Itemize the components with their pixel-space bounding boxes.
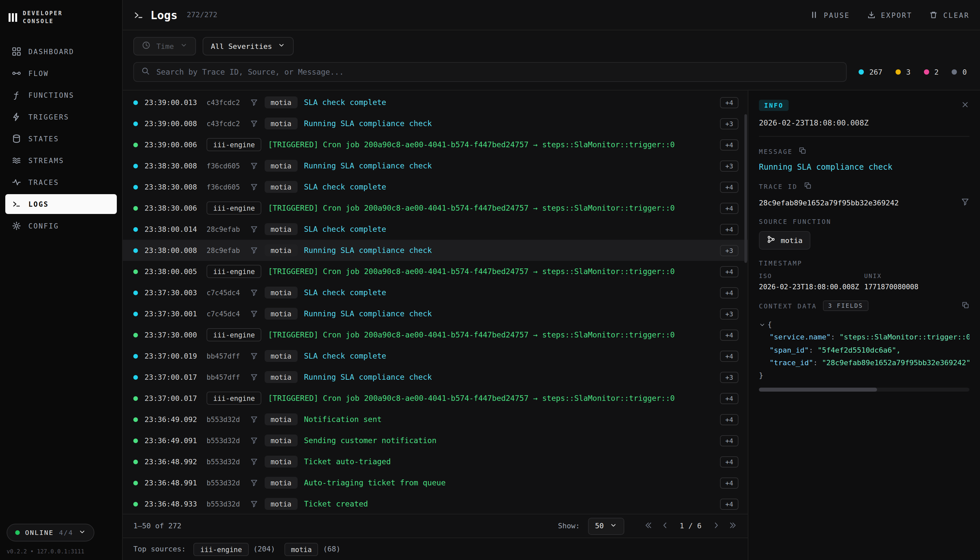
more-fields-badge[interactable]: +4: [720, 329, 739, 340]
page-size-select[interactable]: 50: [588, 517, 624, 535]
more-fields-badge[interactable]: +4: [720, 223, 739, 235]
severity-count-warn[interactable]: 3: [895, 68, 910, 76]
source-badge[interactable]: motia: [265, 456, 297, 468]
time-filter-dropdown[interactable]: Time: [133, 37, 196, 55]
copy-message-button[interactable]: [799, 147, 807, 157]
source-badge[interactable]: motia: [265, 308, 297, 320]
more-fields-badge[interactable]: +4: [720, 393, 739, 404]
more-fields-badge[interactable]: +3: [720, 372, 739, 383]
log-row[interactable]: 23:39:00.013c43fcdc2motiaSLA check compl…: [123, 92, 748, 113]
close-detail-button[interactable]: [961, 100, 970, 111]
copy-context-button[interactable]: [962, 301, 970, 311]
more-fields-badge[interactable]: +4: [720, 202, 739, 213]
filter-by-trace-button[interactable]: [250, 183, 258, 191]
json-root-toggle[interactable]: {: [759, 318, 970, 331]
source-badge[interactable]: motia: [265, 498, 297, 510]
filter-by-trace-button[interactable]: [250, 98, 258, 106]
filter-by-trace-button[interactable]: [250, 225, 258, 233]
sidebar-item-streams[interactable]: STREAMS: [5, 150, 117, 170]
filter-by-trace-button[interactable]: [250, 310, 258, 318]
log-row[interactable]: 23:38:00.005iii-engine[TRIGGERED] Cron j…: [123, 261, 748, 282]
log-row[interactable]: 23:37:00.017bb457dffmotiaRunning SLA com…: [123, 367, 748, 388]
severity-count-info[interactable]: 267: [859, 68, 883, 76]
source-badge[interactable]: motia: [265, 160, 297, 172]
more-fields-badge[interactable]: +3: [720, 308, 739, 319]
source-badge[interactable]: motia: [265, 118, 297, 130]
log-row[interactable]: 23:37:30.003c7c45dc4motiaSLA check compl…: [123, 282, 748, 303]
log-row[interactable]: 23:39:00.006iii-engine[TRIGGERED] Cron j…: [123, 134, 748, 155]
pause-button[interactable]: PAUSE: [810, 10, 850, 19]
more-fields-badge[interactable]: +4: [720, 287, 739, 298]
top-source-iii-engine[interactable]: iii-engine(204): [194, 542, 275, 556]
filter-by-trace-button[interactable]: [250, 437, 258, 445]
log-row[interactable]: 23:39:00.008c43fcdc2motiaRunning SLA com…: [123, 113, 748, 134]
filter-by-trace-button[interactable]: [250, 373, 258, 381]
more-fields-badge[interactable]: +3: [720, 118, 739, 129]
more-fields-badge[interactable]: +4: [720, 139, 739, 150]
source-badge[interactable]: motia: [265, 350, 297, 362]
filter-by-trace-button[interactable]: [250, 162, 258, 170]
filter-by-trace-button[interactable]: [250, 246, 258, 254]
log-row[interactable]: 23:36:49.091b553d32dmotiaSending custome…: [123, 430, 748, 451]
sidebar-item-dashboard[interactable]: DASHBOARD: [5, 42, 117, 62]
severity-filter-dropdown[interactable]: All Severities: [202, 37, 294, 55]
source-badge[interactable]: motia: [265, 244, 297, 256]
filter-by-trace-button[interactable]: [961, 197, 970, 208]
source-badge[interactable]: motia: [265, 413, 297, 425]
log-row[interactable]: 23:37:00.019bb457dffmotiaSLA check compl…: [123, 345, 748, 367]
source-badge[interactable]: motia: [265, 223, 297, 235]
more-fields-badge[interactable]: +4: [720, 414, 739, 425]
log-row[interactable]: 23:38:00.01428c9efabmotiaSLA check compl…: [123, 218, 748, 240]
more-fields-badge[interactable]: +4: [720, 498, 739, 510]
more-fields-badge[interactable]: +4: [720, 435, 739, 446]
filter-by-trace-button[interactable]: [250, 500, 258, 508]
log-row[interactable]: 23:36:48.992b553d32dmotiaTicket auto-tri…: [123, 451, 748, 472]
horizontal-scrollbar-thumb[interactable]: [759, 388, 877, 392]
sidebar-item-config[interactable]: CONFIG: [5, 216, 117, 236]
log-row[interactable]: 23:36:48.933b553d32dmotiaTicket created+…: [123, 493, 748, 514]
source-badge[interactable]: motia: [265, 477, 297, 489]
last-page-button[interactable]: [729, 521, 737, 531]
more-fields-badge[interactable]: +4: [720, 350, 739, 362]
source-badge[interactable]: motia: [265, 181, 297, 193]
log-row[interactable]: 23:36:49.092b553d32dmotiaNotification se…: [123, 409, 748, 430]
sidebar-item-functions[interactable]: FUNCTIONS: [5, 85, 117, 105]
more-fields-badge[interactable]: +3: [720, 160, 739, 172]
log-row[interactable]: 23:38:30.006iii-engine[TRIGGERED] Cron j…: [123, 197, 748, 218]
export-button[interactable]: EXPORT: [867, 10, 912, 19]
source-badge[interactable]: iii-engine: [206, 265, 261, 278]
more-fields-badge[interactable]: +4: [720, 97, 739, 108]
severity-count-error[interactable]: 2: [924, 68, 939, 76]
source-badge[interactable]: motia: [265, 435, 297, 447]
source-badge[interactable]: iii-engine: [206, 138, 261, 151]
log-row[interactable]: 23:37:00.017iii-engine[TRIGGERED] Cron j…: [123, 388, 748, 409]
more-fields-badge[interactable]: +4: [720, 266, 739, 277]
filter-by-trace-button[interactable]: [250, 288, 258, 297]
severity-count-other[interactable]: 0: [952, 68, 967, 76]
prev-page-button[interactable]: [661, 521, 669, 531]
sidebar-item-states[interactable]: STATES: [5, 129, 117, 148]
filter-by-trace-button[interactable]: [250, 415, 258, 423]
filter-by-trace-button[interactable]: [250, 479, 258, 487]
next-page-button[interactable]: [712, 521, 721, 531]
source-badge[interactable]: iii-engine: [206, 202, 261, 215]
source-badge[interactable]: iii-engine: [206, 328, 261, 342]
copy-trace-button[interactable]: [804, 182, 811, 192]
online-status-chip[interactable]: ONLINE 4/4: [7, 524, 95, 542]
filter-by-trace-button[interactable]: [250, 458, 258, 465]
more-fields-badge[interactable]: +4: [720, 181, 739, 192]
more-fields-badge[interactable]: +3: [720, 245, 739, 256]
first-page-button[interactable]: [644, 521, 653, 531]
source-badge[interactable]: iii-engine: [206, 392, 261, 405]
filter-by-trace-button[interactable]: [250, 352, 258, 360]
search-input[interactable]: [156, 67, 839, 77]
source-badge[interactable]: motia: [265, 371, 297, 383]
sidebar-item-flow[interactable]: FLOW: [5, 63, 117, 83]
vertical-scrollbar[interactable]: [744, 114, 747, 263]
more-fields-badge[interactable]: +4: [720, 477, 739, 488]
sidebar-item-logs[interactable]: LOGS: [5, 194, 117, 214]
log-row[interactable]: 23:36:48.991b553d32dmotiaAuto-triaging t…: [123, 472, 748, 493]
sidebar-item-triggers[interactable]: TRIGGERS: [5, 107, 117, 127]
source-badge[interactable]: motia: [265, 287, 297, 298]
source-function-chip[interactable]: motia: [759, 231, 811, 250]
